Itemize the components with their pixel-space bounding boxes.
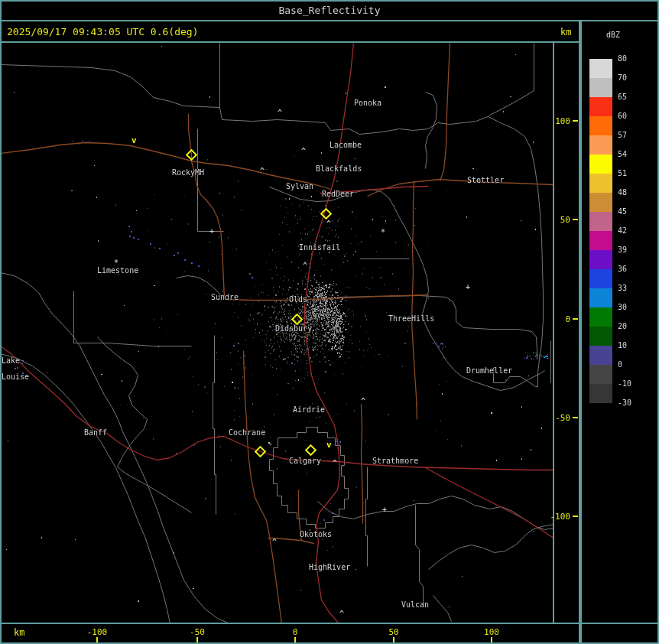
caret-marker-icon: ^ xyxy=(303,263,307,269)
frame-left xyxy=(0,0,2,644)
colorbar-tick--10: -10 xyxy=(618,379,631,388)
plus-marker-icon: + xyxy=(209,229,214,235)
city-label-olds: Olds xyxy=(289,295,307,304)
window-title: Base_Reflectivity xyxy=(278,5,380,16)
radar-app-window: PonokaLacombeBlackfaldsSylvanRedDeerStet… xyxy=(0,0,659,644)
colorbar-swatch--10 xyxy=(589,384,612,403)
star-marker-icon: * xyxy=(381,229,385,236)
city-label-lacombe: Lacombe xyxy=(330,141,362,149)
colorbar-tick-20: 20 xyxy=(618,322,627,330)
city-label-lake: Lake xyxy=(2,356,20,365)
city-label-highriver: HighRiver xyxy=(309,563,350,571)
colorbar-swatch-20 xyxy=(589,327,612,346)
star-marker-icon: * xyxy=(114,260,118,266)
map-bottom-border xyxy=(0,623,659,624)
x-tick-mark xyxy=(294,637,296,642)
title-bar: Base_Reflectivity xyxy=(0,0,659,20)
x-tick-label-100: 100 xyxy=(484,627,499,637)
y-tick-label-100: 100 xyxy=(543,116,570,126)
colorbar-tick-70: 70 xyxy=(618,73,627,82)
colorbar-swatch-54 xyxy=(589,154,612,174)
x-tick-label--50: -50 xyxy=(190,627,205,637)
x-tick-mark xyxy=(491,637,492,642)
v-marker-icon: v xyxy=(326,442,332,448)
colorbar-swatch-70 xyxy=(589,78,612,97)
colorbar-swatch-10 xyxy=(589,346,612,365)
colorbar-tick-42: 42 xyxy=(618,226,627,235)
colorbar-swatch-33 xyxy=(589,288,612,307)
city-label-innisfail: Innisfail xyxy=(299,243,340,252)
colorbar-swatch-39 xyxy=(589,250,612,269)
x-tick-label--100: -100 xyxy=(87,627,108,637)
colorbar-swatch-65 xyxy=(589,97,612,116)
caret-marker-icon: ^ xyxy=(272,539,277,545)
city-label-didsbury: Didsbury xyxy=(275,324,312,333)
y-axis-unit-label: km xyxy=(560,27,571,37)
city-label-drumheller: Drumheller xyxy=(466,366,512,375)
colorbar-tick-48: 48 xyxy=(618,188,627,197)
city-label-blackfalds: Blackfalds xyxy=(316,164,362,173)
colorbar-swatch-36 xyxy=(589,269,612,288)
city-label-reddeer: RedDeer xyxy=(322,190,354,198)
colorbar-swatch-0 xyxy=(589,365,612,384)
colorbar-swatch-51 xyxy=(589,174,612,193)
city-label-threehills: ThreeHills xyxy=(388,314,434,323)
colorbar-tick-33: 33 xyxy=(618,284,627,292)
frame-top xyxy=(0,0,659,2)
colorbar-swatch-57 xyxy=(589,135,612,154)
x-tick-mark xyxy=(196,637,198,642)
plus-marker-icon: + xyxy=(382,507,387,513)
colorbar-swatch-60 xyxy=(589,116,612,135)
colorbar-tick-0: 0 xyxy=(618,360,622,369)
colorbar-tick-39: 39 xyxy=(618,246,627,254)
caret-marker-icon: ^ xyxy=(301,148,306,154)
colorbar-tick-45: 45 xyxy=(618,207,627,216)
city-label-calgary: Calgary xyxy=(289,457,321,465)
colorbar-tick-10: 10 xyxy=(618,341,627,350)
city-label-louise: Louise xyxy=(2,372,29,381)
x-axis-unit-label: km xyxy=(14,627,24,638)
timestamp-elevation-readout: 2025/09/17 09:43:05 UTC 0.6(deg) xyxy=(7,26,198,37)
info-bar: 2025/09/17 09:43:05 UTC 0.6(deg) km xyxy=(0,21,578,41)
city-label-sundre: Sundre xyxy=(211,293,239,301)
y-tick-label--100: -100 xyxy=(543,512,570,522)
caret-marker-icon: ^ xyxy=(333,460,337,467)
colorbar-tick--30: -30 xyxy=(618,398,631,407)
city-label-airdrie: Airdrie xyxy=(293,405,325,414)
caret-marker-icon: ^ xyxy=(361,398,365,405)
city-label-okotoks: Okotoks xyxy=(300,530,332,538)
city-label-stettler: Stettler xyxy=(467,176,504,184)
colorbar-tick-54: 54 xyxy=(618,150,627,158)
city-label-limestone: Limestone xyxy=(97,266,138,275)
x-tick-label-0: 0 xyxy=(293,627,298,637)
map-top-border xyxy=(0,41,580,43)
plus-marker-icon: + xyxy=(466,285,470,291)
colorbar-separator xyxy=(579,21,582,644)
x-tick-label-50: 50 xyxy=(388,627,398,637)
colorbar-tick-65: 65 xyxy=(618,93,627,101)
y-tick-label--50: -50 xyxy=(543,413,570,423)
colorbar-tick-60: 60 xyxy=(618,112,627,120)
city-label-ponoka: Ponoka xyxy=(354,99,381,107)
v-marker-icon: v xyxy=(131,138,137,144)
colorbar-tick-36: 36 xyxy=(618,265,627,273)
x-tick-mark xyxy=(96,637,98,642)
title-divider xyxy=(0,20,659,21)
y-tick-mark xyxy=(573,219,578,220)
y-tick-label-50: 50 xyxy=(543,215,570,225)
city-label-vulcan: Vulcan xyxy=(401,600,429,609)
caret-marker-icon: ^ xyxy=(260,168,265,174)
y-tick-mark xyxy=(573,516,578,517)
colorbar-swatch-48 xyxy=(589,193,612,212)
colorbar-tick-80: 80 xyxy=(618,54,627,63)
y-tick-mark xyxy=(573,417,578,418)
colorbar-tick-57: 57 xyxy=(618,131,627,139)
y-tick-label-0: 0 xyxy=(543,314,570,324)
city-label-cochrane: Cochrane xyxy=(229,428,265,437)
caret-marker-icon: ^ xyxy=(339,611,344,617)
colorbar-tick-30: 30 xyxy=(618,303,627,311)
map-right-border xyxy=(553,41,554,624)
colorbar-swatch-45 xyxy=(589,212,612,231)
x-tick-mark xyxy=(393,637,394,642)
city-label-strathmore: Strathmore xyxy=(372,457,418,465)
